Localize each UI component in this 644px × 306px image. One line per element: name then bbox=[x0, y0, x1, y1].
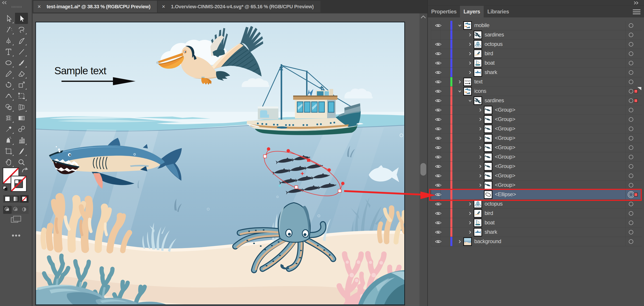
svg-text:Sample: Sample bbox=[465, 80, 471, 82]
svg-text:Sample text: Sample text bbox=[54, 65, 106, 76]
